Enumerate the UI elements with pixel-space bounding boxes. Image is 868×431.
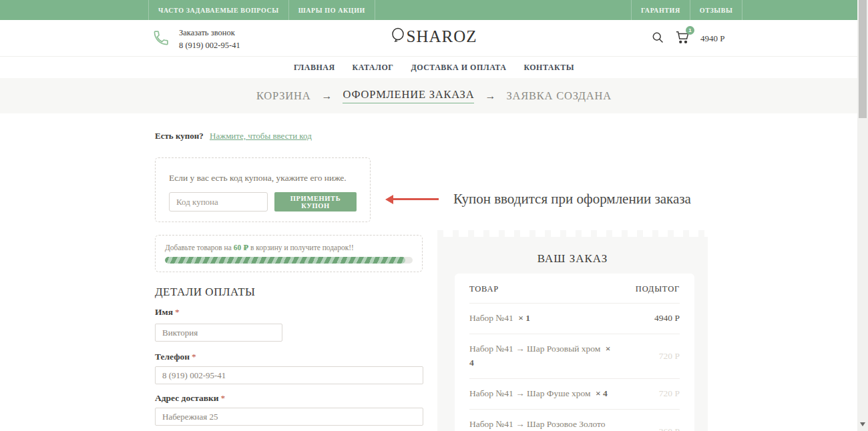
col-subtotal: ПОДЫТОГ xyxy=(636,284,680,294)
order-row: Набор №41 × 1 4940 Р xyxy=(469,303,680,334)
nav-item-delivery[interactable]: ДОСТАВКА И ОПЛАТА xyxy=(411,63,506,73)
item-qty: × 4 xyxy=(596,388,608,398)
topbar-right-links: ГАРАНТИЯ ОТЗЫВЫ xyxy=(631,0,742,20)
cart-count-badge: 1 xyxy=(686,26,694,35)
topbar-link-faq[interactable]: ЧАСТО ЗАДАВАЕМЫЕ ВОПРОСЫ xyxy=(148,0,288,20)
name-label-text: Имя xyxy=(155,307,173,317)
order-table: ТОВАР ПОДЫТОГ Набор №41 × 1 4940 Р Набор… xyxy=(455,274,694,431)
order-item-name: Набор №41 → Шар Фуше хром × 4 xyxy=(469,387,613,401)
annotation-text: Купон вводится при оформлении заказа xyxy=(453,191,691,207)
order-item-price: 720 Р xyxy=(659,388,680,399)
scrollbar-thumb[interactable] xyxy=(859,0,867,118)
order-item-name: Набор №41 → Шар Розовый хром × 4 xyxy=(469,342,613,370)
cart-button[interactable]: 1 xyxy=(675,31,690,47)
step-checkout-current[interactable]: ОФОРМЛЕНИЕ ЗАКАЗА xyxy=(343,88,474,103)
order-item-price: 4940 Р xyxy=(654,313,680,324)
scrollbar-down-arrow-icon[interactable] xyxy=(860,422,865,429)
required-mark: * xyxy=(221,393,226,403)
gift-progress-box: Добавьте товаров на 60 ₽ в корзину и пол… xyxy=(155,235,423,272)
step-arrow-icon: → xyxy=(321,90,332,102)
order-item-price: 360 Р xyxy=(659,426,680,431)
order-item-name: Набор №41 × 1 xyxy=(469,312,613,326)
item-label: Набор №41 xyxy=(469,313,513,323)
nav-item-catalog[interactable]: КАТАЛОГ xyxy=(353,63,394,73)
balloon-icon xyxy=(391,27,406,46)
coupon-code-input[interactable] xyxy=(169,192,268,211)
coupon-question: Есть купон? xyxy=(155,131,204,141)
topbar-link-reviews[interactable]: ОТЗЫВЫ xyxy=(690,0,743,20)
topbar-link-warranty[interactable]: ГАРАНТИЯ xyxy=(631,0,690,20)
vertical-scrollbar[interactable] xyxy=(857,0,868,431)
gift-progress-track xyxy=(165,257,413,264)
logo-text: SHAROZ xyxy=(406,27,477,45)
gift-amount: 60 ₽ xyxy=(234,244,248,252)
col-product: ТОВАР xyxy=(469,284,499,294)
header: Заказать звонок 8 (919) 002-95-41 SHAROZ xyxy=(0,20,868,57)
coupon-form: Если у вас есть код купона, укажите его … xyxy=(155,157,371,222)
order-summary-title: ВАШ ЗАКАЗ xyxy=(437,252,708,266)
coupon-question-row: Есть купон? Нажмите, чтобы ввести код xyxy=(155,131,312,141)
name-field[interactable] xyxy=(155,324,282,342)
order-row: Набор №41 → Шар Фуше хром × 4 720 Р xyxy=(469,378,680,409)
nav-item-contacts[interactable]: КОНТАКТЫ xyxy=(523,63,574,73)
order-row: Набор №41 → Шар Розовый хром × 4 720 Р xyxy=(469,334,680,378)
checkout-page: ЧАСТО ЗАДАВАЕМЫЕ ВОПРОСЫ ШАРЫ ПО АКЦИИ Г… xyxy=(0,0,868,431)
topbar-link-promo-balloons[interactable]: ШАРЫ ПО АКЦИИ xyxy=(288,0,375,20)
apply-coupon-button[interactable]: ПРИМЕНИТЬ КУПОН xyxy=(274,192,357,211)
step-cart[interactable]: КОРЗИНА xyxy=(256,89,311,103)
gift-progress-text: Добавьте товаров на 60 ₽ в корзину и пол… xyxy=(165,243,413,252)
step-arrow-icon: → xyxy=(485,90,495,102)
order-row: Набор №41 → Шар Розовое Золото хром × 2 … xyxy=(469,409,680,431)
gift-text-after: в корзину и получите подарок!! xyxy=(250,244,354,252)
required-mark: * xyxy=(175,307,180,317)
order-item-name: Набор №41 → Шар Розовое Золото хром × 2 xyxy=(469,418,613,431)
gift-text-before: Добавьте товаров на xyxy=(165,244,232,252)
step-order-created: ЗАЯВКА СОЗДАНА xyxy=(506,89,612,103)
phone-field-label: Телефон* xyxy=(155,352,196,362)
order-table-header: ТОВАР ПОДЫТОГ xyxy=(469,274,680,303)
order-item-price: 720 Р xyxy=(659,351,680,362)
phone-label-text: Телефон xyxy=(155,352,190,362)
phone-field[interactable] xyxy=(155,366,423,384)
receipt-teeth-edge xyxy=(437,230,708,237)
name-field-label: Имя* xyxy=(155,307,180,318)
topbar: ЧАСТО ЗАДАВАЕМЫЕ ВОПРОСЫ ШАРЫ ПО АКЦИИ Г… xyxy=(0,0,868,20)
billing-title: ДЕТАЛИ ОПЛАТЫ xyxy=(155,286,255,299)
item-label: Набор №41 → Шар Розовое Золото хром xyxy=(469,419,605,431)
address-field-label: Адрес доставки* xyxy=(155,393,225,404)
required-mark: * xyxy=(192,352,196,362)
coupon-hint: Если у вас есть код купона, укажите его … xyxy=(169,173,357,183)
header-actions: 1 4940 Р xyxy=(651,31,724,47)
item-qty: × 1 xyxy=(518,313,530,323)
topbar-left-links: ЧАСТО ЗАДАВАЕМЫЕ ВОПРОСЫ ШАРЫ ПО АКЦИИ xyxy=(148,0,375,20)
cart-total[interactable]: 4940 Р xyxy=(700,33,724,44)
annotation-arrow-icon xyxy=(393,198,439,200)
nav-item-home[interactable]: ГЛАВНАЯ xyxy=(294,63,335,73)
checkout-steps: КОРЗИНА → ОФОРМЛЕНИЕ ЗАКАЗА → ЗАЯВКА СОЗ… xyxy=(0,78,868,113)
address-field[interactable] xyxy=(155,408,423,426)
address-label-text: Адрес доставки xyxy=(155,393,219,403)
coupon-toggle-link[interactable]: Нажмите, чтобы ввести код xyxy=(210,131,312,141)
item-label: Набор №41 → Шар Фуше хром xyxy=(469,388,591,398)
item-label: Набор №41 → Шар Розовый хром xyxy=(469,344,600,354)
site-logo[interactable]: SHAROZ xyxy=(0,27,868,46)
search-icon[interactable] xyxy=(651,31,664,47)
main-nav: ГЛАВНАЯ КАТАЛОГ ДОСТАВКА И ОПЛАТА КОНТАК… xyxy=(0,57,868,78)
progress-fill xyxy=(165,257,405,264)
